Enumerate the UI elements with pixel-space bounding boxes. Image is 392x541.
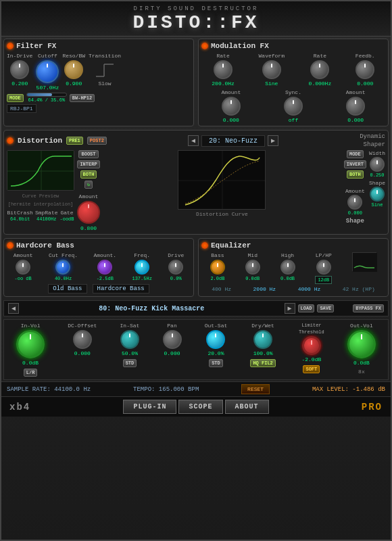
std-btn[interactable]: STD [123,359,137,367]
mod-waveform-knob[interactable] [262,60,281,79]
bass-cutfreq-knob[interactable] [55,260,70,275]
eq-high-knob[interactable] [280,260,295,275]
distortion-header: Distortion PRE1 POST2 ◀ 20: Neo-Fuzz ▶ D… [7,133,385,148]
x8-label: 8x [358,369,365,375]
threshold-knob[interactable] [302,336,321,355]
mod-amount2-knob[interactable] [346,97,365,116]
main-outsat: Out-Sat 20.0% STD [205,323,228,367]
pan-knob[interactable] [163,330,182,349]
bass-preset1[interactable]: Old Bass [48,284,87,293]
preset-next-btn[interactable]: ▶ [268,135,278,146]
both2-btn[interactable]: BOTH [347,170,364,179]
mod-feedb-knob[interactable] [356,60,374,79]
post2-btn[interactable]: POST2 [87,137,107,145]
reset-btn[interactable]: RESET [241,384,270,394]
sample-rate-display: SAMPLE RATE: 44100.0 Hz [7,386,91,393]
hqfil2-btn[interactable]: HQ FIL2 [250,359,275,367]
max-level-display: MAX LEVEL: -1.486 dB [312,386,385,393]
mod-rate2-knob[interactable] [310,60,329,79]
bass-freq-knob[interactable] [134,260,149,275]
eq-freq3: 4000 Hz [298,286,321,292]
invert-btn[interactable]: INVERT [344,160,366,168]
save-btn[interactable]: SAVE [317,304,334,312]
filter-cutoff-knob[interactable] [36,60,59,83]
soft-btn[interactable]: SOFT [303,365,320,373]
mod-amount-knob[interactable] [222,97,241,116]
bass-power-led[interactable] [7,242,14,249]
filter-fx-title: Filter FX [7,42,191,50]
width-knob[interactable] [370,157,385,172]
filter-slider[interactable] [26,93,67,97]
plugin-tab[interactable]: PLUG-IN [123,400,176,414]
drywet-knob[interactable] [253,330,272,349]
distortion-section: Distortion PRE1 POST2 ◀ 20: Neo-Fuzz ▶ D… [3,130,389,235]
tempo-display: TEMPO: 165.000 BPM [133,386,199,393]
eq-freq1: 400 Hz [212,286,231,292]
curve-preview-label: Curve Preview [22,193,59,199]
main-preset-prev[interactable]: ◀ [8,303,19,314]
mod-power-led[interactable] [201,43,208,49]
mod-rate-knob[interactable] [214,60,232,79]
filter-power-led[interactable] [7,43,14,49]
outvol-knob[interactable] [347,330,376,358]
hardcore-bass-section: Hardcore Bass Amount -oo dB Cut Freq. 40… [3,238,194,297]
bass-amount2-knob[interactable] [97,260,112,275]
eq-power-led[interactable] [201,242,208,249]
bass-preset2[interactable]: Hardcore Bass [93,284,149,293]
eq-mid-knob[interactable] [245,260,260,275]
distortion-title: Distortion [18,137,62,145]
outsat-knob[interactable] [206,330,225,349]
bypass-fx-btn[interactable]: BYPASS FX [353,304,384,312]
distortion-amount-knob[interactable] [77,201,100,224]
bass-freq: Freq. 137.5Hz [132,252,151,281]
mod-rate2: Rate 0.000Hz [309,53,332,87]
interp-btn[interactable]: INTERP [77,160,99,168]
filter-mode-display: RBJ-BP1 [7,104,36,113]
header-subtitle: Dirty Sound Destructor [1,5,391,12]
scope-tab[interactable]: SCOPE [178,400,222,414]
dynamic-shaper-label2: Shaper [364,141,385,148]
filter-indrive-knob[interactable] [10,60,29,79]
brand-left: xb4 [9,402,30,413]
preset-prev-btn[interactable]: ◀ [188,135,199,146]
bass-amount: Amount -oo dB [14,252,33,281]
about-tab[interactable]: ABOUT [225,400,269,414]
dcoffset-knob[interactable] [73,330,92,349]
brand-right: PRO [362,402,383,413]
bass-amount-knob[interactable] [16,260,30,275]
mod-sync: Sync. off [284,89,303,123]
filter-cutoff: Cutoff 507.0Hz [36,53,59,91]
bass-drive-knob[interactable] [168,260,183,275]
filter-mode-btn[interactable]: MODE [7,94,24,102]
eq-bass-knob[interactable] [210,260,225,275]
dist-amount-knob[interactable] [347,195,362,210]
std2-btn[interactable]: STD [209,359,223,367]
eq-display [352,252,376,271]
pre1-btn[interactable]: PRE1 [66,137,83,145]
distortion-power-led[interactable] [7,137,14,144]
shape-knob[interactable] [370,187,385,202]
load-btn[interactable]: LOAD [298,304,315,312]
main-controls: In-Vol 0.0dB L/R DC-Offset 0.000 In-Sat … [3,319,389,380]
filter-reso: Reso/BW 0.900 [62,53,85,87]
main-preset-next[interactable]: ▶ [285,303,295,314]
both-btn[interactable]: BOTH [80,170,97,179]
refresh-btn[interactable]: ↻ [84,181,93,189]
header-title: DISTO::FX [1,12,391,33]
mod-sync-knob[interactable] [284,97,303,116]
mod-amount: Amount 0.000 [221,89,241,123]
eq-bass: Bass 2.0dB [210,252,225,281]
mode-btn[interactable]: MODE [347,150,364,158]
boost-btn[interactable]: BOOST [78,150,98,158]
eq-lphp-knob[interactable] [316,260,331,275]
curve-preview-svg [7,151,74,191]
bottom-tabs: xb4 PLUG-IN SCOPE ABOUT PRO [1,396,391,417]
middle-row: Hardcore Bass Amount -oo dB Cut Freq. 40… [1,236,391,299]
filter-mode2-btn[interactable]: BW-HP12 [70,94,95,102]
lr-btn[interactable]: L/R [24,369,38,377]
dynamic-shaper-label1: Dynamic [360,133,385,140]
insat-knob[interactable] [120,330,139,349]
invol-knob[interactable] [16,330,45,358]
filter-reso-knob[interactable] [64,60,83,79]
main-insat: In-Sat 50.0% STD [120,323,140,367]
